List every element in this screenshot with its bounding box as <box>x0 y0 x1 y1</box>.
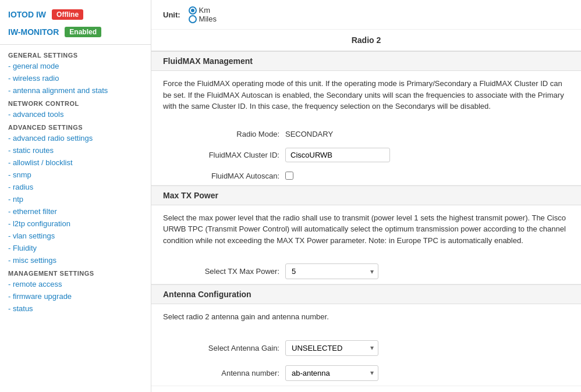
sidebar-link-fluidity[interactable]: - Fluidity <box>0 242 151 254</box>
form-row-antenna-number: Antenna number:ab-antennaa-antennab-ante… <box>151 361 581 386</box>
nav-sections: GENERAL SETTINGS- general mode- wireless… <box>0 48 151 315</box>
section-desc-max-tx-power: Select the max power level that the radi… <box>163 212 569 247</box>
sidebar-link-ethernet-filter[interactable]: - ethernet filter <box>0 205 151 218</box>
section-header-max-tx-power: Max TX Power <box>151 186 581 205</box>
form-label-antenna-number: Antenna number: <box>163 369 279 377</box>
sidebar-link-advanced-radio-settings[interactable]: - advanced radio settings <box>0 132 151 144</box>
form-row-radio-mode: Radio Mode:SECONDARY <box>151 125 581 143</box>
form-select-wrapper-antenna-number: ab-antennaa-antennab-antenna▾ <box>285 365 378 381</box>
section-desc-fluidmax-management: Force the FluidMAX operating mode of thi… <box>163 78 569 112</box>
unit-row: Unit: KmMiles <box>151 0 581 30</box>
sidebar-link-vlan-settings[interactable]: - vlan settings <box>0 230 151 242</box>
form-select-antenna-number[interactable]: ab-antennaa-antennab-antenna <box>285 365 378 381</box>
sidebar-link-l2tp-configuration[interactable]: - l2tp configuration <box>0 218 151 230</box>
unit-label: Unit: <box>163 10 180 19</box>
sidebar-link-allowlist-blocklist[interactable]: - allowlist / blocklist <box>0 156 151 169</box>
sidebar-link-wireless-radio[interactable]: - wireless radio <box>0 72 151 84</box>
form-input-fluidmax-cluster-id[interactable] <box>285 148 390 162</box>
sidebar-section-general-settings: GENERAL SETTINGS <box>0 48 151 60</box>
form-value-radio-mode: SECONDARY <box>285 130 355 138</box>
form-label-radio-mode: Radio Mode: <box>163 130 279 138</box>
content-sections: FluidMAX ManagementForce the FluidMAX op… <box>151 51 581 386</box>
sidebar-link-general-mode[interactable]: - general mode <box>0 60 151 72</box>
form-row-fluidmax-autoscan: FluidMAX Autoscan: <box>151 167 581 185</box>
radio-circle-km <box>189 6 197 15</box>
sidebar-link-advanced-tools[interactable]: - advanced tools <box>0 108 151 120</box>
form-label-fluidmax-cluster-id: FluidMAX Cluster ID: <box>163 151 279 159</box>
section-header-fluidmax-management: FluidMAX Management <box>151 51 581 71</box>
form-label-select-antenna-gain: Select Antenna Gain: <box>163 344 279 352</box>
device-link-iw-monitor[interactable]: IW-MONITOR <box>8 27 59 37</box>
form-select-select-antenna-gain[interactable]: UNSELECTED5dBi8dBi10dBi <box>285 340 378 356</box>
sidebar-device-iotod-iw: IOTOD IWOffline <box>0 6 151 23</box>
form-row-select-tx-max-power: Select TX Max Power:12345678▾ <box>151 259 581 284</box>
sidebar-section-management-settings: MANAGEMENT SETTINGS <box>0 266 151 278</box>
form-checkbox-fluidmax-autoscan[interactable] <box>285 172 293 180</box>
section-desc-antenna-configuration: Select radio 2 antenna gain and antenna … <box>163 311 569 323</box>
section-separator-antenna-configuration <box>151 386 581 386</box>
unit-option-label-miles: Miles <box>199 15 217 23</box>
sidebar-section-advanced-settings: ADVANCED SETTINGS <box>0 120 151 132</box>
sidebar-link-radius[interactable]: - radius <box>0 181 151 193</box>
form-select-wrapper-select-antenna-gain: UNSELECTED5dBi8dBi10dBi▾ <box>285 340 378 356</box>
device-badge-iw-monitor: Enabled <box>65 27 101 37</box>
section-header-antenna-configuration: Antenna Configuration <box>151 284 581 304</box>
sidebar: IOTOD IWOfflineIW-MONITOREnabled GENERAL… <box>0 0 151 392</box>
unit-option-label-km: Km <box>199 6 211 15</box>
sidebar-section-network-control: NETWORK CONTROL <box>0 97 151 108</box>
sidebar-link-status[interactable]: - status <box>0 302 151 315</box>
sidebar-link-antenna-alignment[interactable]: - antenna alignment and stats <box>0 84 151 97</box>
device-link-iotod-iw[interactable]: IOTOD IW <box>8 10 46 19</box>
unit-option-km[interactable]: Km <box>189 6 217 15</box>
sidebar-link-snmp[interactable]: - snmp <box>0 169 151 181</box>
radio-circle-miles <box>189 15 197 23</box>
form-select-select-tx-max-power[interactable]: 12345678 <box>285 263 378 279</box>
form-label-fluidmax-autoscan: FluidMAX Autoscan: <box>163 172 279 180</box>
device-badge-iotod-iw: Offline <box>52 9 83 20</box>
form-label-select-tx-max-power: Select TX Max Power: <box>163 267 279 276</box>
unit-option-miles[interactable]: Miles <box>189 15 217 23</box>
sidebar-link-ntp[interactable]: - ntp <box>0 193 151 205</box>
device-rows: IOTOD IWOfflineIW-MONITOREnabled <box>0 6 151 41</box>
sidebar-link-misc-settings[interactable]: - misc settings <box>0 254 151 266</box>
sidebar-divider-top <box>0 44 151 45</box>
sidebar-link-firmware-upgrade[interactable]: - firmware upgrade <box>0 290 151 302</box>
radio2-header: Radio 2 <box>151 30 581 51</box>
main-content: Unit: KmMiles Radio 2 FluidMAX Managemen… <box>151 0 581 392</box>
form-row-select-antenna-gain: Select Antenna Gain:UNSELECTED5dBi8dBi10… <box>151 336 581 361</box>
sidebar-device-iw-monitor: IW-MONITOREnabled <box>0 23 151 41</box>
form-row-fluidmax-cluster-id: FluidMAX Cluster ID: <box>151 143 581 167</box>
sidebar-link-remote-access[interactable]: - remote access <box>0 278 151 290</box>
sidebar-link-static-routes[interactable]: - static routes <box>0 144 151 156</box>
unit-options: KmMiles <box>189 6 217 23</box>
form-select-wrapper-select-tx-max-power: 12345678▾ <box>285 263 378 279</box>
